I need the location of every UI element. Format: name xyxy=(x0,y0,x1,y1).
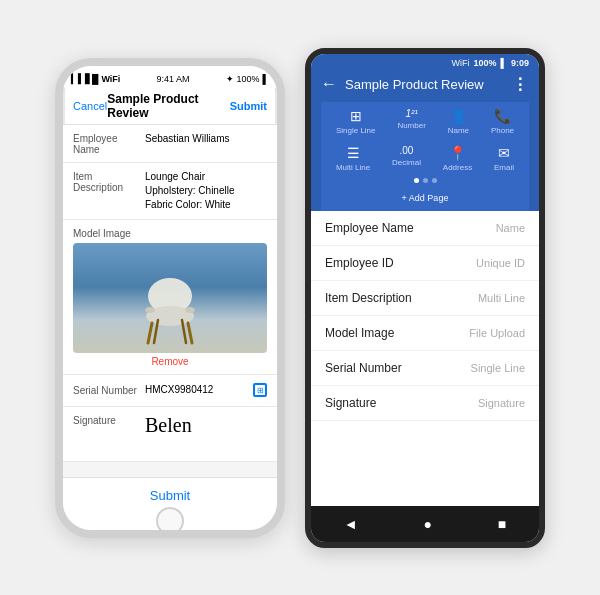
android-back-nav-button[interactable]: ◄ xyxy=(344,516,358,532)
android-row-model-image: Model Image File Upload xyxy=(311,316,539,351)
android-recents-nav-button[interactable]: ■ xyxy=(498,516,506,532)
android-label-signature: Signature xyxy=(325,396,376,410)
android-title-bar: ← Sample Product Review ⋮ xyxy=(321,70,529,102)
android-icon-multiline[interactable]: ☰ Multi Line xyxy=(336,145,370,172)
address-icon: 📍 xyxy=(449,145,466,161)
svg-point-6 xyxy=(145,307,155,313)
android-label-item-description: Item Description xyxy=(325,291,412,305)
svg-line-3 xyxy=(188,323,192,343)
ios-row-serial-number: Serial Number HMCX9980412 ⊞ xyxy=(63,375,277,407)
ios-image-preview[interactable] xyxy=(73,243,267,353)
android-time: 9:09 xyxy=(511,58,529,68)
ios-row-model-image: Model Image xyxy=(63,220,277,375)
ios-row-employee-name: Employee Name Sebastian Williams xyxy=(63,125,277,163)
ios-home-button[interactable] xyxy=(156,507,184,535)
android-back-button[interactable]: ← xyxy=(321,75,337,93)
ios-label-employee-name: Employee Name xyxy=(73,132,145,155)
android-status-bar: WiFi 100% ▌ 9:09 xyxy=(321,58,529,70)
ios-label-signature: Signature xyxy=(73,414,145,454)
ios-value-serial-number[interactable]: HMCX9980412 xyxy=(145,383,248,397)
android-icon-address[interactable]: 📍 Address xyxy=(443,145,472,172)
android-type-serial-number: Single Line xyxy=(471,362,525,374)
android-row-employee-name: Employee Name Name xyxy=(311,211,539,246)
ios-row-item-description: Item Description Lounge ChairUpholstery:… xyxy=(63,163,277,220)
ios-label-item-description: Item Description xyxy=(73,170,145,212)
ios-form: Employee Name Sebastian Williams Item De… xyxy=(63,125,277,477)
android-dot-3[interactable] xyxy=(432,178,437,183)
ios-signal: ▎▍▋█ WiFi xyxy=(71,74,120,84)
ios-value-signature[interactable]: Belen xyxy=(145,414,192,454)
ios-value-employee-name[interactable]: Sebastian Williams xyxy=(145,132,267,155)
android-icon-name[interactable]: 👤 Name xyxy=(448,108,469,135)
android-battery-text: 100% xyxy=(474,58,497,68)
ios-bluetooth-icon: ✦ xyxy=(226,74,234,84)
ios-form-title: Sample Product Review xyxy=(107,92,229,120)
android-form-title: Sample Product Review xyxy=(345,77,512,92)
android-label-serial-number: Serial Number xyxy=(325,361,402,375)
android-overflow-menu-button[interactable]: ⋮ xyxy=(512,75,529,94)
android-icon-decimal[interactable]: .00 Decimal xyxy=(392,145,421,172)
android-type-employee-id: Unique ID xyxy=(476,257,525,269)
svg-line-2 xyxy=(148,323,152,343)
android-add-page-button[interactable]: + Add Page xyxy=(402,193,449,203)
android-dot-2[interactable] xyxy=(423,178,428,183)
single-line-icon: ⊞ xyxy=(350,108,362,124)
ios-time: 9:41 AM xyxy=(156,74,189,84)
ios-home-area xyxy=(63,512,277,530)
android-row-serial-number: Serial Number Single Line xyxy=(311,351,539,386)
android-pagination xyxy=(321,176,529,187)
android-add-page-area: + Add Page xyxy=(321,187,529,211)
android-nav-bar: ◄ ● ■ xyxy=(311,506,539,542)
chair-illustration xyxy=(130,268,210,348)
android-icons-bar: ⊞ Single Line 1²¹ Number 👤 Name 📞 Phone xyxy=(321,102,529,139)
ios-submit-bottom-button[interactable]: Submit xyxy=(150,488,190,503)
android-battery-icon: ▌ xyxy=(501,58,507,68)
android-wifi-icon: WiFi xyxy=(452,58,470,68)
ios-label-model-image: Model Image xyxy=(73,227,145,239)
svg-point-7 xyxy=(185,307,195,313)
ios-label-serial-number: Serial Number xyxy=(73,384,145,396)
android-type-employee-name: Name xyxy=(496,222,525,234)
android-icon-number[interactable]: 1²¹ Number xyxy=(397,108,425,135)
android-header: WiFi 100% ▌ 9:09 ← Sample Product Review… xyxy=(311,54,539,211)
ios-submit-button[interactable]: Submit xyxy=(230,100,267,112)
ios-cancel-button[interactable]: Cancel xyxy=(73,100,107,112)
android-row-item-description: Item Description Multi Line xyxy=(311,281,539,316)
android-icons-bar-row2: ☰ Multi Line .00 Decimal 📍 Address ✉ Ema… xyxy=(321,139,529,176)
multiline-icon: ☰ xyxy=(347,145,360,161)
ios-value-item-description[interactable]: Lounge ChairUpholstery: ChinelleFabric C… xyxy=(145,170,267,212)
email-icon: ✉ xyxy=(498,145,510,161)
android-row-signature: Signature Signature xyxy=(311,386,539,421)
android-row-employee-id: Employee ID Unique ID xyxy=(311,246,539,281)
ios-battery-text: 100% xyxy=(237,74,260,84)
android-label-employee-name: Employee Name xyxy=(325,221,414,235)
ios-battery-icon: ▌ xyxy=(263,74,269,84)
android-icon-email[interactable]: ✉ Email xyxy=(494,145,514,172)
android-icon-phone[interactable]: 📞 Phone xyxy=(491,108,514,135)
ios-phone: ▎▍▋█ WiFi 9:41 AM ✦ 100% ▌ Cancel Sample… xyxy=(55,58,285,538)
ios-battery-area: ✦ 100% ▌ xyxy=(226,74,269,84)
ios-qr-scan-icon[interactable]: ⊞ xyxy=(253,383,267,397)
android-icon-single-line[interactable]: ⊞ Single Line xyxy=(336,108,376,135)
android-label-model-image: Model Image xyxy=(325,326,394,340)
decimal-icon: .00 xyxy=(400,145,414,156)
android-phone: WiFi 100% ▌ 9:09 ← Sample Product Review… xyxy=(305,48,545,548)
ios-row-signature: Signature Belen xyxy=(63,407,277,462)
android-dot-1[interactable] xyxy=(414,178,419,183)
android-type-signature: Signature xyxy=(478,397,525,409)
phone-icon: 📞 xyxy=(494,108,511,124)
ios-wifi-icon: WiFi xyxy=(101,74,120,84)
ios-nav-bar: Cancel Sample Product Review Submit xyxy=(63,88,277,125)
ios-status-bar: ▎▍▋█ WiFi 9:41 AM ✦ 100% ▌ xyxy=(63,66,277,88)
android-label-employee-id: Employee ID xyxy=(325,256,394,270)
ios-signal-bars: ▎▍▋█ xyxy=(71,74,98,84)
number-icon: 1²¹ xyxy=(405,108,417,119)
ios-remove-image-button[interactable]: Remove xyxy=(73,356,267,367)
android-home-nav-button[interactable]: ● xyxy=(423,516,431,532)
android-form: Employee Name Name Employee ID Unique ID… xyxy=(311,211,539,506)
name-icon: 👤 xyxy=(450,108,467,124)
android-type-model-image: File Upload xyxy=(469,327,525,339)
android-type-item-description: Multi Line xyxy=(478,292,525,304)
